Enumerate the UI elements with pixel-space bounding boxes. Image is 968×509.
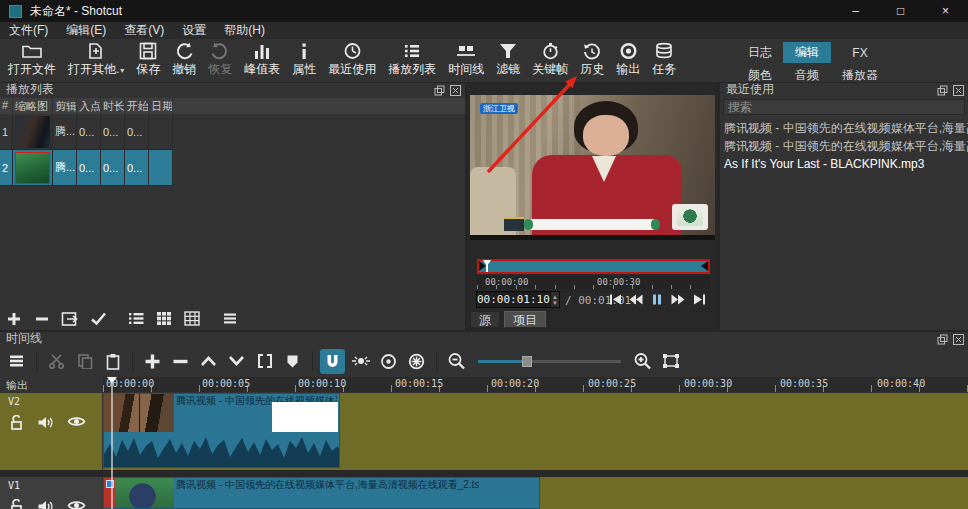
remove-from-playlist-button[interactable] [31,310,53,327]
playlist-row-2-selected[interactable]: 2 腾... 0... 0... 0... [0,150,173,186]
skip-to-end-button[interactable] [691,291,707,307]
playlist-row-1[interactable]: 1 腾... 0... 0... 0... [0,114,173,150]
timeline-output-label[interactable]: 输出 [6,378,28,393]
timeline-menu-button[interactable] [4,349,29,374]
timeline-playhead[interactable] [111,377,113,509]
update-playlist-item-button[interactable] [59,310,81,327]
menu-edit[interactable]: 编辑(E) [57,22,115,39]
column-header[interactable]: 入点 [77,98,101,114]
column-header[interactable]: 剪辑 [53,98,77,114]
zoom-slider[interactable] [478,355,621,367]
toolbar-button-jobs[interactable]: 任务 [646,41,682,81]
toolbar-button-undo[interactable]: 撤销 [166,41,202,81]
ripple-all-tracks-button[interactable] [404,349,429,374]
recent-item[interactable]: 腾讯视频 - 中国领先的在线视频媒体平台,海量高清视频... [720,137,968,155]
close-panel-icon[interactable] [450,85,461,96]
overwrite-button[interactable] [224,349,249,374]
ripple-delete-button[interactable] [168,349,193,374]
scrub-while-dragging-button[interactable] [348,349,373,374]
snap-magnet-button[interactable] [320,349,345,374]
toolbar-button-history[interactable]: 历史 [574,41,610,81]
toolbar-button-save[interactable]: 保存 [130,41,166,81]
playlist-footer-toolbar [3,310,241,327]
player-scrub-bar[interactable] [477,259,710,274]
recent-item[interactable]: As If It's Your Last - BLACKPINK.mp3 [720,155,968,173]
toolbar-button-open-file[interactable]: 打开文件 [2,41,62,81]
current-position[interactable]: 00:00:01:10 [477,293,550,306]
fast-forward-button[interactable] [670,291,686,307]
toolbar-button-export[interactable]: 输出 [610,41,646,81]
menu-help[interactable]: 帮助(H) [215,22,274,39]
lock-track-icon[interactable] [8,415,25,430]
track-head-v1[interactable]: V1 [0,477,102,509]
cut-button[interactable] [44,349,69,374]
split-button[interactable] [252,349,277,374]
toolbar-button-timeline[interactable]: 时间线 [442,41,490,81]
tab-log[interactable]: 日志 [737,42,783,63]
playlist-menu-button[interactable] [219,310,241,327]
toolbar-button-playlist[interactable]: 播放列表 [382,41,442,81]
hide-track-icon[interactable] [67,499,86,509]
column-header[interactable]: # [0,98,13,114]
view-details-button[interactable] [125,310,147,327]
toolbar-button-redo[interactable]: 恢复 [202,41,238,81]
toolbar-button-filters[interactable]: 滤镜 [490,41,526,81]
hide-track-icon[interactable] [67,415,86,430]
toolbar-button-properties[interactable]: 属性 [286,41,322,81]
timecode-field[interactable]: 00:00:01:10 ▲ ▼ [476,291,560,308]
add-to-playlist-button[interactable] [3,310,25,327]
mute-track-icon[interactable] [37,415,55,430]
append-button[interactable] [140,349,165,374]
paste-button[interactable] [100,349,125,374]
timeline-clip-v2[interactable]: 腾讯视频 - 中国领先的在线视频媒体平台,海 [103,393,340,468]
timeline-clip-v1[interactable]: 腾讯视频 - 中国领先的在线视频媒体平台,海量高清视频在线观看_2.ts [103,477,540,509]
tab-fx[interactable]: FX [831,44,889,62]
view-table-button[interactable] [181,310,203,327]
toolbar-button-recent[interactable]: 最近使用 [322,41,382,81]
tab-project[interactable]: 项目 [504,311,546,328]
tab-edit[interactable]: 编辑 [783,42,831,63]
menu-bar: 文件(F) 编辑(E) 查看(V) 设置 帮助(H) [0,22,968,39]
mute-track-icon[interactable] [37,499,55,509]
column-header[interactable]: 开始 [125,98,149,114]
skip-to-start-button[interactable] [607,291,623,307]
copy-button[interactable] [72,349,97,374]
recent-item[interactable]: 腾讯视频 - 中国领先的在线视频媒体平台,海量高清视频... [720,119,968,137]
tab-source[interactable]: 源 [470,311,500,328]
search-input[interactable] [723,99,965,115]
toolbar-button-open-other[interactable]: 打开其他.▾ [62,41,130,81]
marker-button[interactable] [280,349,305,374]
checkmark-button[interactable] [87,310,109,327]
menu-file[interactable]: 文件(F) [0,22,57,39]
close-button[interactable]: × [923,0,968,22]
float-panel-icon[interactable] [937,334,948,345]
toolbar-button-keyframes[interactable]: 关键帧 [526,41,574,81]
maximize-button[interactable]: □ [878,0,923,22]
toolbar-button-peak-meter[interactable]: 峰值表 [238,41,286,81]
float-panel-icon[interactable] [434,85,445,96]
menu-view[interactable]: 查看(V) [115,22,173,39]
close-panel-icon[interactable] [953,85,964,96]
zoom-out-button[interactable] [444,349,469,374]
ripple-button[interactable] [376,349,401,374]
pause-button[interactable] [649,291,665,307]
rewind-button[interactable] [628,291,644,307]
lock-track-icon[interactable] [8,499,25,509]
column-header[interactable]: 缩略图 [13,98,53,114]
player-time-ruler[interactable]: 00:00:00 00:00:30 [477,276,710,289]
track-head-v2[interactable]: V2 [0,393,102,470]
spinner-down-icon[interactable]: ▼ [552,300,558,306]
close-panel-icon[interactable] [953,334,964,345]
column-header[interactable]: 时长 [101,98,125,114]
timeline-ruler[interactable]: 00:00:00 00:00:05 00:00:10 00:00:15 00:0… [103,377,968,392]
menu-settings[interactable]: 设置 [173,22,215,39]
zoom-fit-button[interactable] [658,349,683,374]
column-header[interactable]: 日期 [149,98,173,114]
out-point-marker-icon[interactable] [701,261,708,271]
zoom-in-button[interactable] [630,349,655,374]
zoom-slider-handle[interactable] [522,356,532,367]
float-panel-icon[interactable] [937,85,948,96]
lift-button[interactable] [196,349,221,374]
view-icons-button[interactable] [153,310,175,327]
minimize-button[interactable]: – [833,0,878,22]
